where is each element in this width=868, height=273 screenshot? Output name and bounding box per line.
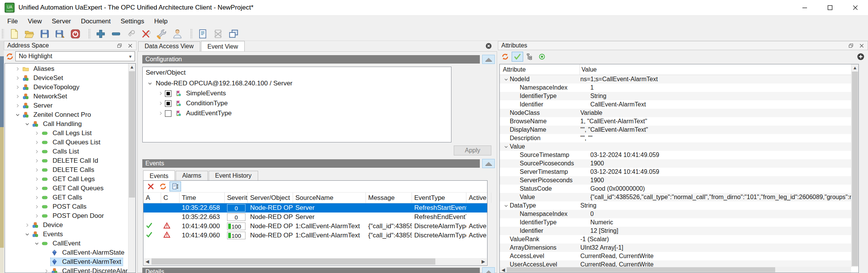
attribute-row[interactable]: Identifier12 [String] [500,227,851,235]
scroll-left-arrow[interactable]: ◀ [500,267,507,273]
float-panel-icon[interactable] [846,42,855,49]
address-space-vertical-scrollbar[interactable]: ▲ [128,64,135,273]
tree-item[interactable]: Events [5,230,128,239]
collapse-configuration-button[interactable] [482,55,495,64]
tree-item[interactable]: DeviceTopology [5,83,128,92]
close-panel-icon[interactable] [125,42,135,49]
toolbar-drag-handle[interactable] [190,29,193,39]
tree-expander[interactable] [502,144,510,149]
tree-item[interactable]: CallEvent-DiscreteAlarm [5,266,128,273]
tree-expander[interactable] [33,148,41,155]
tree-expander[interactable] [33,130,41,137]
attributes-vertical-scrollbar[interactable]: ▲ [851,64,858,267]
close-view-icon[interactable] [485,42,492,50]
apply-button[interactable]: Apply [454,145,491,155]
collapse-details-button[interactable] [482,267,495,273]
event-row[interactable]: 10:41:49.060100Node-RED OPC...1:CallEven… [143,231,487,240]
config-event-type-row[interactable]: AuditEventType [143,108,451,118]
tree-item[interactable]: GET Calls [5,193,128,202]
tree-expander[interactable] [33,213,41,219]
refresh-events-button[interactable] [157,181,169,191]
quit-button[interactable] [68,28,83,40]
tree-expander[interactable] [13,111,22,118]
menu-file[interactable]: File [2,16,23,26]
scroll-thumb[interactable] [152,258,435,265]
tree-item[interactable]: POST Calls [5,202,128,211]
events-tab-event-history[interactable]: Event History [209,171,258,181]
tree-expander[interactable] [13,102,22,109]
add-document-button[interactable] [195,28,210,40]
tree-expander[interactable] [146,80,154,87]
attribute-row[interactable]: ValueRank-1 (Scalar) [500,235,851,244]
open-document-button[interactable] [21,28,37,40]
close-panel-icon[interactable] [857,42,866,49]
attribute-row[interactable]: ServerPicoseconds1900 [500,176,851,185]
autoscroll-toggle-button[interactable] [170,181,181,191]
tree-item[interactable]: CallEvent [5,239,128,248]
column-header-server-object[interactable]: Server/Object [248,193,293,203]
attribute-row[interactable]: NamespaceIndex1 [500,83,851,92]
config-root-row[interactable]: Node-RED OPCUA@192.168.240.100 / Server [143,78,451,88]
tree-item[interactable]: Call Legs List [5,129,128,138]
float-panel-icon[interactable] [115,42,124,49]
column-header-active[interactable]: Active [466,193,491,203]
attribute-row[interactable]: UserAccessLevelCurrentRead, CurrentWrite [500,260,851,267]
highlight-refresh-icon[interactable] [5,51,15,61]
tree-item[interactable]: CallEvent-AlarmState [5,248,128,257]
events-tab-alarms[interactable]: Alarms [176,171,208,181]
attribute-row[interactable]: SourcePicoseconds1900 [500,159,851,168]
tree-item[interactable]: Server [5,101,128,110]
attribute-row[interactable]: IdentifierTypeNumeric [500,218,851,227]
toolbar-drag-handle[interactable] [88,29,91,39]
scroll-left-arrow[interactable]: ◀ [144,258,151,265]
tree-expander[interactable] [33,157,41,164]
column-header-a[interactable]: A [143,193,161,203]
tab-data-access-view[interactable]: Data Access View [138,41,200,51]
attribute-row[interactable]: Value [500,142,851,151]
tree-item[interactable]: CallEvent-AlarmText [5,257,128,266]
scroll-thumb[interactable] [129,71,135,198]
tree-expander[interactable] [33,240,41,247]
attribute-row[interactable]: DisplayName"", "CallEvent-AlarmText" [500,126,851,134]
attribute-row[interactable]: Value{"call_id":4385526,"call_type":"nor… [500,193,851,201]
scroll-thumb[interactable] [507,267,775,272]
clear-events-button[interactable] [145,181,156,191]
attribute-row[interactable]: NodeClassVariable [500,109,851,117]
column-header-value[interactable]: Value [580,66,851,73]
tree-item[interactable]: Aliases [5,64,128,74]
attribute-row[interactable]: IdentifierCallEvent-AlarmText [500,100,851,109]
tree-expander[interactable] [156,110,165,117]
tree-item[interactable]: Device [5,221,128,230]
tree-item[interactable]: Zenitel Connect Pro [5,110,128,119]
maximize-button[interactable] [817,0,843,15]
column-header-attribute[interactable]: Attribute [500,64,580,75]
tree-item[interactable]: Call Handling [5,119,128,129]
save-as-document-button[interactable] [52,28,68,40]
attribute-row[interactable]: DataTypeString [500,201,851,210]
attribute-row[interactable]: AccessLevelCurrentRead, CurrentWrite [500,252,851,260]
remove-document-button[interactable] [210,28,226,40]
connect-server-button[interactable] [124,28,139,40]
tree-expander[interactable] [23,222,31,229]
tree-expander[interactable] [33,203,41,210]
attribute-row[interactable]: Description"", "" [500,134,851,142]
event-type-checkbox[interactable] [165,110,171,117]
tree-item[interactable]: Calls List [5,147,128,156]
event-type-checkbox[interactable] [165,100,171,107]
event-row[interactable]: 10:35:22.6630Node-RED OPC...ServerRefres… [143,213,487,222]
tree-expander[interactable] [33,194,41,201]
tree-expander[interactable] [156,90,165,97]
target-icon[interactable] [536,52,548,62]
tree-expander[interactable] [33,185,41,192]
collapse-events-button[interactable] [482,159,495,168]
tree-expander[interactable] [42,268,51,273]
tree-expander[interactable] [13,93,22,100]
hierarchy-icon[interactable] [524,52,535,62]
events-tab-events[interactable]: Events [143,170,175,181]
tree-expander[interactable] [156,100,165,107]
tree-item[interactable]: Call Queues List [5,138,128,147]
column-header-eventtype[interactable]: EventType [412,193,466,203]
server-properties-wrench-button[interactable] [154,28,170,40]
menu-help[interactable]: Help [149,16,173,26]
tree-item[interactable]: POST Open Door [5,211,128,221]
